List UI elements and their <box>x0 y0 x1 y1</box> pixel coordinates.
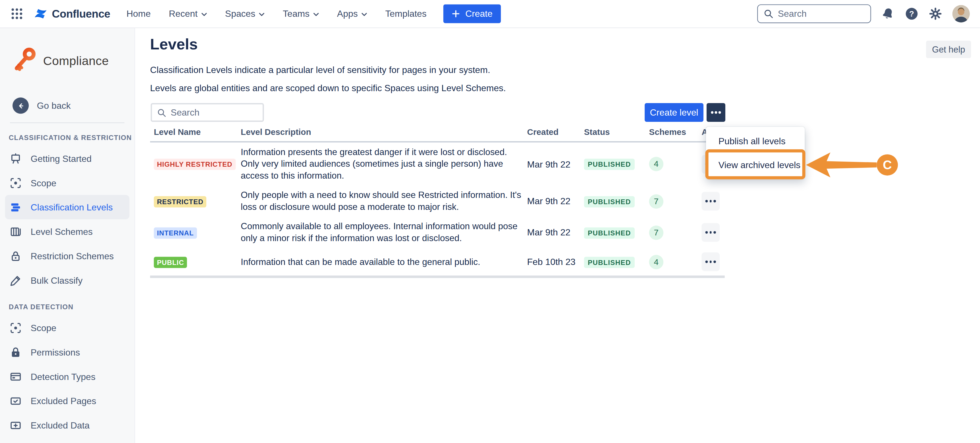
level-name-badge: RESTRICTED <box>154 196 206 207</box>
chevron-down-icon <box>313 12 319 16</box>
sidebar-item-permissions[interactable]: Permissions <box>5 340 130 364</box>
nav-item-label: Teams <box>283 9 310 19</box>
sidebar-section-title: DATA DETECTION <box>9 303 134 310</box>
notifications-bell-icon[interactable] <box>881 7 895 21</box>
row-actions-button[interactable] <box>702 223 720 242</box>
nav-item-label: Templates <box>385 9 426 19</box>
app-name: Compliance <box>43 53 109 68</box>
ellipsis-icon <box>705 200 716 202</box>
status-badge: PUBLISHED <box>584 196 635 207</box>
create-button[interactable]: Create <box>443 4 501 23</box>
user-avatar[interactable] <box>953 5 970 23</box>
primary-nav: Home Recent Spaces Teams Apps Templates <box>126 9 426 19</box>
sidebar-item-excluded-data[interactable]: Excluded Data <box>5 413 130 437</box>
go-back-button[interactable]: Go back <box>13 97 134 114</box>
level-description: Information that can be made available t… <box>241 256 527 268</box>
levels-search-input[interactable] <box>171 107 258 117</box>
annotation-highlight-box <box>705 149 805 179</box>
help-icon[interactable]: ? <box>905 7 918 21</box>
pencil-icon <box>10 274 22 287</box>
sidebar-item-bulk-classify[interactable]: Bulk Classify <box>5 268 130 292</box>
svg-text:?: ? <box>909 10 914 18</box>
sidebar-item-label: Permissions <box>31 347 80 357</box>
row-actions-button[interactable] <box>702 252 720 271</box>
levels-table: Level NameLevel DescriptionCreatedStatus… <box>150 125 725 278</box>
row-actions-button[interactable] <box>702 192 720 210</box>
create-button-label: Create <box>465 9 493 19</box>
annotation-letter-badge: C <box>877 154 898 176</box>
ellipsis-icon <box>711 111 721 114</box>
schemes-count-badge: 4 <box>649 255 663 269</box>
global-search-input[interactable] <box>778 9 865 19</box>
confluence-logo[interactable]: Confluence <box>33 6 110 21</box>
nav-item-spaces[interactable]: Spaces <box>225 9 265 19</box>
confluence-mark-icon <box>33 6 48 21</box>
sidebar-item-scope[interactable]: Scope <box>5 316 130 340</box>
main-content: Get help Levels Classification Levels in… <box>135 28 980 443</box>
sidebar-divider <box>10 122 124 123</box>
compliance-app-logo: Compliance <box>13 47 134 75</box>
app-switcher-grid-icon[interactable] <box>10 7 24 21</box>
sidebar-item-excluded-pages[interactable]: Excluded Pages <box>5 389 130 413</box>
nav-item-apps[interactable]: Apps <box>337 9 367 19</box>
chevron-down-icon <box>201 12 207 16</box>
sidebar-item-label: Restriction Schemes <box>31 251 114 261</box>
column-header-created: Created <box>527 127 584 137</box>
screen: Confluence Home Recent Spaces Teams Apps… <box>0 0 980 443</box>
sidebar-item-level-schemes[interactable]: Level Schemes <box>5 219 130 244</box>
sidebar-item-label: Classification Levels <box>31 202 113 212</box>
nav-item-label: Home <box>126 9 151 19</box>
sidebar-section-title: CLASSIFICATION & RESTRICTION <box>9 134 134 141</box>
table-body: HIGHLY RESTRICTED Information presents t… <box>150 143 725 278</box>
create-level-button[interactable]: Create level <box>644 103 703 122</box>
table-row: HIGHLY RESTRICTED Information presents t… <box>150 143 725 186</box>
sidebar-item-scope[interactable]: Scope <box>5 171 130 195</box>
nav-item-label: Apps <box>337 9 358 19</box>
topnav-right-cluster: ? <box>757 4 970 23</box>
more-options-button[interactable] <box>706 103 725 122</box>
intro-line-2: Levels are global entities and are scope… <box>150 83 506 93</box>
settings-gear-icon[interactable] <box>929 7 942 21</box>
get-help-button[interactable]: Get help <box>926 41 971 58</box>
created-date: Mar 9th 22 <box>527 159 584 169</box>
sidebar-item-classification-levels[interactable]: Classification Levels <box>5 195 130 219</box>
nav-item-templates[interactable]: Templates <box>385 9 426 19</box>
created-date: Mar 9th 22 <box>527 227 584 237</box>
nav-item-teams[interactable]: Teams <box>283 9 319 19</box>
sidebar-item-label: Scope <box>31 322 56 332</box>
page-title: Levels <box>150 35 198 53</box>
created-date: Feb 10th 23 <box>527 257 584 267</box>
board-icon <box>10 225 22 238</box>
sidebar-sections: CLASSIFICATION & RESTRICTION Getting Sta… <box>0 134 134 437</box>
nav-item-home[interactable]: Home <box>126 9 151 19</box>
table-row: INTERNAL Commonly available to all emplo… <box>150 217 725 248</box>
key-icon <box>13 47 38 75</box>
column-header-status: Status <box>584 127 641 137</box>
card-check-icon <box>10 394 22 407</box>
sidebar: Compliance Go back CLASSIFICATION & REST… <box>0 28 135 443</box>
created-date: Mar 9th 22 <box>527 196 584 206</box>
top-navigation-bar: Confluence Home Recent Spaces Teams Apps… <box>0 0 980 28</box>
column-header-level-name: Level Name <box>150 127 241 137</box>
search-icon <box>764 9 773 19</box>
sidebar-item-detection-types[interactable]: Detection Types <box>5 364 130 389</box>
sidebar-item-label: Level Schemes <box>31 227 93 237</box>
go-back-label: Go back <box>37 100 71 111</box>
sidebar-item-label: Bulk Classify <box>31 275 83 285</box>
nav-item-recent[interactable]: Recent <box>169 9 207 19</box>
levels-search[interactable] <box>151 103 264 122</box>
level-name-badge: HIGHLY RESTRICTED <box>154 159 235 170</box>
scope-icon <box>10 177 22 189</box>
sidebar-item-getting-started[interactable]: Getting Started <box>5 146 130 171</box>
sidebar-item-restriction-schemes[interactable]: Restriction Schemes <box>5 244 130 268</box>
plus-icon <box>452 10 460 18</box>
levels-icon <box>10 201 22 213</box>
global-search[interactable] <box>757 4 871 23</box>
table-row: PUBLIC Information that can be made avai… <box>150 248 725 275</box>
table-header-row: Level NameLevel DescriptionCreatedStatus… <box>150 125 725 143</box>
column-header-level-description: Level Description <box>241 127 527 137</box>
sidebar-item-label: Getting Started <box>31 153 92 163</box>
column-header-schemes: Schemes <box>641 127 699 137</box>
level-description: Information presents the greatest danger… <box>241 146 527 182</box>
scope-icon <box>10 321 22 334</box>
